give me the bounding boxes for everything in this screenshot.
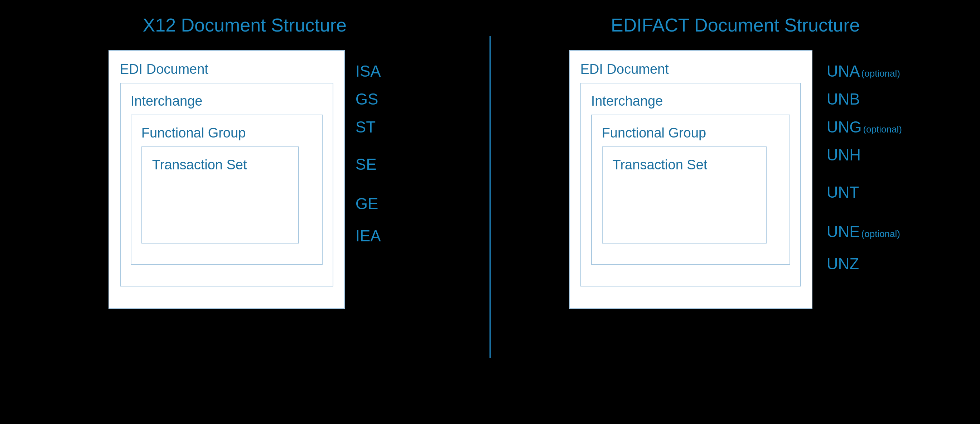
edifact-functional-group-box: Functional Group Transaction Set <box>591 115 790 265</box>
edifact-edi-document-box: EDI Document Interchange Functional Grou… <box>569 50 813 309</box>
edifact-diagram-area: EDI Document Interchange Functional Grou… <box>569 50 902 309</box>
edifact-transaction-set-box: Transaction Set <box>602 147 767 244</box>
x12-edi-document-box: EDI Document Interchange Functional Grou… <box>108 50 345 309</box>
x12-transaction-set-label: Transaction Set <box>152 157 288 173</box>
x12-segment-gs: GS <box>356 90 379 108</box>
x12-label-st-row: ST <box>356 113 381 141</box>
x12-label-se-row: SE <box>356 141 381 188</box>
x12-title: X12 Document Structure <box>143 14 347 36</box>
edifact-title: EDIFACT Document Structure <box>611 14 860 36</box>
edifact-label-una-row: UNA (optional) <box>827 57 902 85</box>
edifact-label-unh-row: UNH <box>827 141 902 169</box>
edifact-segment-unz: UNZ <box>827 255 859 273</box>
edifact-functional-group-label: Functional Group <box>602 125 780 141</box>
una-optional-text: (optional) <box>861 68 900 79</box>
edifact-section: EDIFACT Document Structure EDI Document … <box>491 0 980 424</box>
diagrams-container: X12 Document Structure EDI Document Inte… <box>0 0 980 424</box>
edifact-segment-une: UNE (optional) <box>827 223 900 241</box>
edifact-label-unz-row: UNZ <box>827 248 902 280</box>
x12-interchange-label: Interchange <box>131 94 323 109</box>
x12-segment-st: ST <box>356 118 375 136</box>
x12-segment-isa: ISA <box>356 62 381 80</box>
edifact-label-unb-row: UNB <box>827 85 902 113</box>
edifact-segment-unb: UNB <box>827 90 860 108</box>
x12-functional-group-label: Functional Group <box>142 125 312 141</box>
edifact-label-ung-row: UNG (optional) <box>827 113 902 141</box>
x12-edi-label: EDI Document <box>120 62 333 77</box>
edifact-labels-col: UNA (optional) UNB UNG (optional) <box>827 50 902 280</box>
edifact-segment-unt: UNT <box>827 183 859 201</box>
edifact-label-unt-row: UNT <box>827 169 902 215</box>
x12-interchange-box: Interchange Functional Group Transaction… <box>120 83 333 287</box>
edifact-transaction-set-label: Transaction Set <box>612 157 756 173</box>
x12-functional-group-box: Functional Group Transaction Set <box>131 115 323 265</box>
x12-segment-se: SE <box>356 155 377 173</box>
edifact-segment-ung: UNG (optional) <box>827 118 902 136</box>
x12-segment-ge: GE <box>356 195 379 213</box>
x12-labels-col: ISA GS ST SE GE <box>356 50 381 252</box>
edifact-segment-unh: UNH <box>827 146 861 164</box>
x12-segment-iea: IEA <box>356 227 381 245</box>
x12-label-ge-row: GE <box>356 188 381 220</box>
edifact-interchange-label: Interchange <box>591 94 790 109</box>
une-optional-text: (optional) <box>861 228 900 239</box>
page: X12 Document Structure EDI Document Inte… <box>0 0 980 424</box>
edifact-label-une-row: UNE (optional) <box>827 215 902 248</box>
x12-section: X12 Document Structure EDI Document Inte… <box>0 0 490 424</box>
edifact-edi-label: EDI Document <box>581 62 801 77</box>
x12-label-iea-row: IEA <box>356 220 381 252</box>
edifact-interchange-box: Interchange Functional Group Transaction… <box>581 83 801 287</box>
ung-optional-text: (optional) <box>863 124 902 135</box>
x12-label-isa-row: ISA <box>356 57 381 85</box>
edifact-segment-una: UNA (optional) <box>827 62 900 80</box>
x12-transaction-set-box: Transaction Set <box>142 147 299 244</box>
x12-label-gs-row: GS <box>356 85 381 113</box>
x12-diagram-area: EDI Document Interchange Functional Grou… <box>108 50 381 309</box>
